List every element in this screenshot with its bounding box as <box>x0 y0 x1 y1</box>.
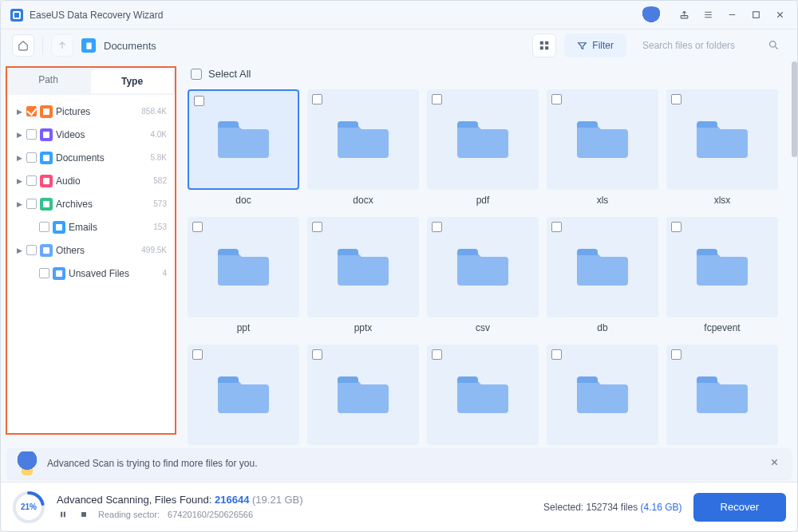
maximize-button[interactable] <box>745 4 767 26</box>
item-count: 4 <box>162 269 167 278</box>
tile-box <box>547 89 658 190</box>
item-label: Emails <box>69 222 150 233</box>
folder-icon <box>577 372 628 418</box>
tile-box <box>188 89 299 190</box>
folder-tile[interactable]: pdf <box>427 89 539 206</box>
folder-tile[interactable]: docx <box>307 89 419 206</box>
sidebar-item-emails[interactable]: Emails153 <box>10 215 172 238</box>
tile-checkbox[interactable] <box>312 222 322 232</box>
tile-checkbox[interactable] <box>432 349 442 360</box>
up-button[interactable] <box>51 34 73 57</box>
folder-icon <box>338 372 389 418</box>
item-checkbox[interactable] <box>26 152 37 163</box>
folder-tile[interactable] <box>666 345 778 450</box>
tile-checkbox[interactable] <box>671 94 681 104</box>
sidebar-item-videos[interactable]: ▶Videos4.0K <box>10 123 172 146</box>
item-checkbox[interactable] <box>39 268 49 278</box>
tile-checkbox[interactable] <box>192 222 203 232</box>
tile-checkbox[interactable] <box>671 349 681 360</box>
archives-icon <box>40 198 53 211</box>
tile-checkbox[interactable] <box>312 94 322 104</box>
folder-tile[interactable]: xlsx <box>666 89 778 206</box>
grid-scroll[interactable]: docdocxpdfxlsxlsxpptpptxcsvdbfcpevent <box>181 85 797 482</box>
folder-icon <box>218 116 269 163</box>
home-button[interactable] <box>12 34 34 57</box>
item-checkbox[interactable] <box>26 245 37 255</box>
item-checkbox[interactable] <box>39 222 49 232</box>
folder-tile[interactable]: xls <box>547 89 658 206</box>
sidebar-item-others[interactable]: ▶Others499.5K <box>10 238 172 262</box>
recover-button[interactable]: Recover <box>693 493 786 522</box>
scrollbar-thumb[interactable] <box>792 61 797 157</box>
tile-box <box>666 89 778 190</box>
folder-tile[interactable]: pptx <box>307 217 419 333</box>
sidebar-item-archives[interactable]: ▶Archives573 <box>10 192 172 215</box>
chevron-right-icon: ▶ <box>15 246 23 254</box>
tile-box <box>547 217 658 317</box>
sidebar-item-unsaved-files[interactable]: Unsaved Files4 <box>10 262 172 285</box>
tile-label: doc <box>235 195 251 206</box>
tile-checkbox[interactable] <box>432 94 442 104</box>
sidebar-item-documents[interactable]: ▶Documents5.8K <box>10 146 172 169</box>
main-panel: Select All docdocxpdfxlsxlsxpptpptxcsvdb… <box>181 61 797 482</box>
tile-checkbox[interactable] <box>551 94 562 104</box>
item-checkbox[interactable] <box>26 199 37 209</box>
folder-icon <box>577 116 628 163</box>
tile-box <box>307 345 419 445</box>
item-checkbox[interactable] <box>26 106 37 116</box>
folder-tile[interactable] <box>188 345 299 450</box>
tab-path[interactable]: Path <box>7 68 89 92</box>
stop-button[interactable] <box>77 508 90 521</box>
breadcrumb[interactable]: Documents <box>104 40 156 52</box>
tile-checkbox[interactable] <box>312 349 322 360</box>
progress-ring: 21% <box>12 491 45 524</box>
folder-icon <box>697 116 748 163</box>
item-label: Others <box>56 245 138 256</box>
select-all-checkbox[interactable] <box>191 69 202 80</box>
filter-icon <box>577 41 587 51</box>
folder-tile[interactable]: doc <box>188 89 299 206</box>
tile-checkbox[interactable] <box>432 222 442 232</box>
item-label: Videos <box>56 129 147 140</box>
audio-icon <box>40 175 53 187</box>
tab-type[interactable]: Type <box>91 69 173 93</box>
tile-label: db <box>597 322 607 333</box>
tile-checkbox[interactable] <box>192 349 203 360</box>
close-icon <box>769 457 780 467</box>
folder-tile[interactable]: db <box>547 217 658 333</box>
folder-icon <box>697 372 748 418</box>
share-button[interactable] <box>673 4 695 26</box>
close-button[interactable] <box>768 4 791 26</box>
item-label: Documents <box>56 152 147 164</box>
folder-tile[interactable]: fcpevent <box>666 217 778 333</box>
filter-button[interactable]: Filter <box>564 33 626 57</box>
folder-tile[interactable] <box>307 345 419 450</box>
search-input[interactable] <box>634 33 786 57</box>
folder-tile[interactable]: csv <box>427 217 539 333</box>
menu-button[interactable] <box>697 4 719 26</box>
info-banner: Advanced Scan is trying to find more fil… <box>7 448 791 479</box>
banner-close-button[interactable] <box>766 453 783 474</box>
item-checkbox[interactable] <box>26 175 37 186</box>
tile-checkbox[interactable] <box>194 96 204 106</box>
sidebar-item-pictures[interactable]: ▶Pictures858.4K <box>10 100 172 123</box>
tile-box <box>307 217 419 317</box>
tile-label: csv <box>476 322 490 333</box>
tile-checkbox[interactable] <box>551 222 562 232</box>
scrollbar[interactable] <box>791 61 797 482</box>
folder-tile[interactable] <box>427 345 539 450</box>
folder-tile[interactable]: ppt <box>188 217 299 333</box>
search-field[interactable] <box>634 33 786 57</box>
pause-button[interactable] <box>57 508 69 521</box>
tile-checkbox[interactable] <box>551 349 562 360</box>
folder-tile[interactable] <box>547 345 658 450</box>
svg-rect-0 <box>681 16 688 18</box>
videos-icon <box>40 128 53 141</box>
svg-rect-6 <box>545 46 548 49</box>
sidebar-item-audio[interactable]: ▶Audio582 <box>10 169 172 192</box>
tile-checkbox[interactable] <box>671 222 681 232</box>
grid-view-button[interactable] <box>532 33 556 57</box>
item-checkbox[interactable] <box>26 129 37 140</box>
minimize-button[interactable] <box>721 4 743 26</box>
selected-label: Selected: <box>543 502 586 513</box>
